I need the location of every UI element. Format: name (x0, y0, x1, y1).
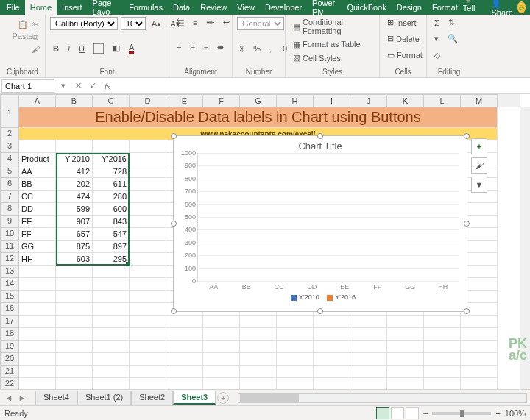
cell[interactable] (130, 266, 166, 278)
sheet-tab-Sheet4[interactable]: Sheet4 (35, 391, 77, 405)
row-header-10[interactable]: 10 (0, 228, 19, 241)
cell[interactable] (166, 366, 203, 378)
cell[interactable] (93, 328, 130, 341)
cell[interactable]: BB (19, 178, 56, 191)
cell[interactable] (203, 341, 240, 353)
find-select-icon[interactable]: 🔍 (445, 33, 461, 44)
cell[interactable] (387, 366, 424, 378)
cell[interactable]: 474 (56, 191, 93, 203)
align-center-icon[interactable]: ≡ (187, 42, 197, 52)
align-left-icon[interactable]: ≡ (174, 42, 184, 52)
cell[interactable] (56, 378, 93, 389)
cell[interactable] (314, 328, 350, 341)
cell[interactable] (350, 328, 387, 341)
cell[interactable]: 603 (56, 253, 93, 266)
merge-icon[interactable]: ⬌ (214, 42, 227, 53)
cell[interactable] (240, 353, 277, 366)
cell[interactable]: 599 (56, 203, 93, 216)
cell[interactable] (56, 341, 93, 353)
cell[interactable] (93, 366, 130, 378)
embedded-chart[interactable]: Chart Title 0100200300400500600700800900… (173, 135, 467, 312)
row-header-7[interactable]: 7 (0, 191, 19, 203)
zoom-in-button[interactable]: + (495, 409, 500, 418)
tab-review[interactable]: Review (195, 0, 232, 15)
font-name-select[interactable]: Calibri (Body) (50, 17, 118, 30)
sheet-nav-prev[interactable]: ◄ (3, 394, 15, 402)
cell[interactable] (314, 378, 350, 389)
cell[interactable] (19, 378, 56, 389)
cell[interactable]: CC (19, 191, 56, 203)
grow-font-icon[interactable]: A▴ (149, 18, 164, 29)
row-header-18[interactable]: 18 (0, 328, 19, 341)
underline-button[interactable]: U (76, 43, 88, 54)
col-header-F[interactable]: F (203, 94, 240, 107)
cell[interactable] (387, 328, 424, 341)
row-header-16[interactable]: 16 (0, 303, 19, 316)
format-as-table-button[interactable]: ▦ Format as Table (290, 39, 375, 50)
font-size-select[interactable]: 10 (121, 17, 146, 30)
number-format-select[interactable]: General (237, 17, 284, 30)
cell[interactable] (93, 341, 130, 353)
cell[interactable] (19, 316, 56, 328)
cell[interactable]: 280 (93, 191, 130, 203)
cell[interactable]: 412 (56, 165, 93, 178)
row-header-6[interactable]: 6 (0, 178, 19, 191)
cell[interactable] (19, 328, 56, 341)
cell[interactable] (93, 291, 130, 303)
col-header-M[interactable]: M (461, 94, 498, 107)
format-cells-button[interactable]: ▭ Format (384, 50, 422, 61)
new-sheet-button[interactable]: + (217, 392, 229, 404)
format-painter-icon[interactable]: 🖌 (29, 43, 41, 55)
cell[interactable] (166, 378, 203, 389)
tab-formulas[interactable]: Formulas (124, 0, 168, 15)
cell[interactable] (166, 316, 203, 328)
col-header-E[interactable]: E (166, 94, 203, 107)
cell[interactable] (130, 328, 166, 341)
cell[interactable] (166, 353, 203, 366)
cell[interactable] (130, 366, 166, 378)
col-header-G[interactable]: G (240, 94, 277, 107)
row-header-13[interactable]: 13 (0, 266, 19, 278)
cell[interactable] (56, 328, 93, 341)
cell[interactable] (277, 366, 314, 378)
cell[interactable] (240, 328, 277, 341)
cell[interactable]: Y'2016 (93, 153, 130, 165)
cell[interactable] (277, 341, 314, 353)
cell[interactable] (130, 303, 166, 316)
font-color-button[interactable]: A (126, 42, 137, 54)
cell[interactable] (93, 353, 130, 366)
chart-elements-button[interactable]: + (471, 138, 487, 154)
cell[interactable]: Y'2010 (56, 153, 93, 165)
border-button[interactable] (91, 43, 107, 54)
tab-insert[interactable]: Insert (57, 0, 88, 15)
row-header-17[interactable]: 17 (0, 316, 19, 328)
italic-button[interactable]: I (65, 43, 73, 54)
cell[interactable] (19, 341, 56, 353)
row-header-5[interactable]: 5 (0, 165, 19, 178)
clear-icon[interactable]: ◇ (431, 50, 443, 61)
cell[interactable] (424, 366, 461, 378)
cell[interactable] (314, 316, 350, 328)
cell[interactable] (240, 378, 277, 389)
sheet-tab-Sheet1 (2)[interactable]: Sheet1 (2) (77, 391, 131, 405)
row-header-15[interactable]: 15 (0, 291, 19, 303)
cell[interactable] (240, 341, 277, 353)
row-header-9[interactable]: 9 (0, 216, 19, 228)
cell[interactable]: FF (19, 228, 56, 241)
cell[interactable]: DD (19, 203, 56, 216)
cell[interactable] (56, 291, 93, 303)
cell[interactable] (424, 328, 461, 341)
col-header-B[interactable]: B (56, 94, 93, 107)
currency-icon[interactable]: $ (237, 43, 247, 54)
cell[interactable] (130, 291, 166, 303)
select-all-corner[interactable] (0, 94, 19, 107)
conditional-formatting-button[interactable]: ▤ Conditional Formatting (290, 17, 375, 36)
cell[interactable] (203, 366, 240, 378)
cell[interactable] (203, 316, 240, 328)
cell[interactable]: EE (19, 216, 56, 228)
spreadsheet-grid[interactable]: ABCDEFGHIJKLM 12345678910111213141516171… (0, 94, 530, 389)
delete-cells-button[interactable]: ⊟ Delete (384, 33, 422, 44)
cell[interactable] (387, 316, 424, 328)
cell[interactable] (461, 316, 498, 328)
copy-icon[interactable]: ⧉ (29, 31, 41, 43)
